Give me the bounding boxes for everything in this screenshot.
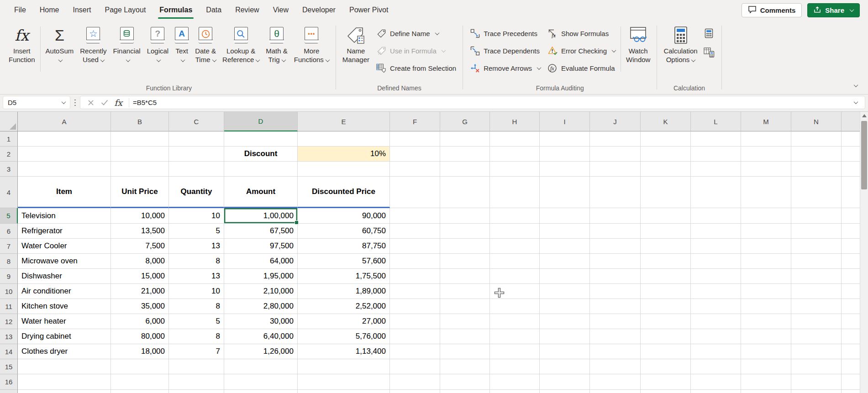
cell-C16[interactable] [169,374,224,390]
calculate-now-button[interactable] [703,27,715,41]
row-header-3[interactable]: 3 [0,162,18,177]
cell-E9[interactable]: 1,75,500 [298,269,390,284]
cell-N9[interactable] [791,269,842,284]
cell-N17[interactable] [791,390,842,393]
cell-J11[interactable] [590,299,641,314]
cell-F1[interactable] [390,131,440,147]
cell-F16[interactable] [390,374,440,390]
cell-I6[interactable] [540,224,590,239]
lookup-reference-button[interactable]: Lookup &Reference [219,22,263,84]
row-header-9[interactable]: 9 [0,269,18,284]
tab-data[interactable]: Data [199,0,228,20]
cell-J17[interactable] [590,390,641,393]
autosum-button[interactable]: ΣAutoSum [42,22,77,84]
cell-C15[interactable] [169,359,224,374]
cell-L10[interactable] [691,284,741,299]
cell-F5[interactable] [390,208,440,224]
row-header-8[interactable]: 8 [0,254,18,269]
cell-A17[interactable] [18,390,111,393]
cell-B17[interactable] [111,390,169,393]
insert-function-icon[interactable]: fx [111,96,125,109]
tab-insert[interactable]: Insert [66,0,98,20]
cell-M6[interactable] [741,224,791,239]
cell-F9[interactable] [390,269,440,284]
financial-button[interactable]: Financial [110,22,144,84]
math-trig-button[interactable]: θMath &Trig [263,22,291,84]
tab-page-layout[interactable]: Page Layout [98,0,153,20]
cell-N11[interactable] [791,299,842,314]
cell-C14[interactable]: 7 [169,344,224,359]
cell-B12[interactable]: 6,000 [111,314,169,329]
cell-E4[interactable]: Discounted Price [298,177,390,208]
show-formulas-button[interactable]: fxShow Formulas [544,25,619,42]
cell-J6[interactable] [590,224,641,239]
cell-J15[interactable] [590,359,641,374]
evaluate-formula-button[interactable]: fxEvaluate Formula [544,59,619,77]
cell-A12[interactable]: Water heater [18,314,111,329]
cell-M17[interactable] [741,390,791,393]
cell-H4[interactable] [490,177,540,208]
col-header-M[interactable]: M [741,112,791,131]
cell-J4[interactable] [590,177,641,208]
col-header-B[interactable]: B [111,112,169,131]
cell-F10[interactable] [390,284,440,299]
cell-M4[interactable] [741,177,791,208]
cell-G12[interactable] [440,314,490,329]
cell-H11[interactable] [490,299,540,314]
expand-formula-bar-button[interactable] [850,101,861,104]
cell-C13[interactable]: 8 [169,329,224,344]
cell-A14[interactable]: Clothes dryer [18,344,111,359]
cell-D8[interactable]: 64,000 [224,254,298,269]
cell-E14[interactable]: 1,13,400 [298,344,390,359]
cell-J1[interactable] [590,131,641,147]
cell-D17[interactable] [224,390,298,393]
row-header-13[interactable]: 13 [0,329,18,344]
cell-H3[interactable] [490,162,540,177]
cell-K1[interactable] [641,131,691,147]
cell-M15[interactable] [741,359,791,374]
cell-G1[interactable] [440,131,490,147]
cell-D7[interactable]: 97,500 [224,239,298,254]
cell-B5[interactable]: 10,000 [111,208,169,224]
cell-C11[interactable]: 8 [169,299,224,314]
row-header-16[interactable]: 16 [0,374,18,390]
cell-E7[interactable]: 87,750 [298,239,390,254]
cell-K15[interactable] [641,359,691,374]
cell-F14[interactable] [390,344,440,359]
row-header-4[interactable]: 4 [0,177,18,208]
cell-G2[interactable] [440,147,490,162]
cell-D14[interactable]: 1,26,000 [224,344,298,359]
cell-D10[interactable]: 2,10,000 [224,284,298,299]
cell-C17[interactable] [169,390,224,393]
cell-K8[interactable] [641,254,691,269]
cell-H9[interactable] [490,269,540,284]
cell-C3[interactable] [169,162,224,177]
cell-I14[interactable] [540,344,590,359]
cell-K6[interactable] [641,224,691,239]
cell-L8[interactable] [691,254,741,269]
cell-J14[interactable] [590,344,641,359]
cell-I8[interactable] [540,254,590,269]
define-name-button[interactable]: Define Name [373,25,459,42]
cell-G17[interactable] [440,390,490,393]
col-header-C[interactable]: C [169,112,224,131]
cell-N14[interactable] [791,344,842,359]
cell-E12[interactable]: 27,000 [298,314,390,329]
cell-F8[interactable] [390,254,440,269]
cell-G14[interactable] [440,344,490,359]
cell-J5[interactable] [590,208,641,224]
cell-L3[interactable] [691,162,741,177]
enter-check-icon[interactable] [98,96,111,109]
cell-D4[interactable]: Amount [224,177,298,208]
cell-B13[interactable]: 80,000 [111,329,169,344]
cell-B8[interactable]: 8,000 [111,254,169,269]
cell-A13[interactable]: Drying cabinet [18,329,111,344]
cell-F13[interactable] [390,329,440,344]
cell-J12[interactable] [590,314,641,329]
cell-G10[interactable] [440,284,490,299]
cell-M5[interactable] [741,208,791,224]
insert-function-button[interactable]: fxInsertFunction [5,22,38,84]
cell-B14[interactable]: 18,000 [111,344,169,359]
cell-H12[interactable] [490,314,540,329]
cell-C12[interactable]: 5 [169,314,224,329]
